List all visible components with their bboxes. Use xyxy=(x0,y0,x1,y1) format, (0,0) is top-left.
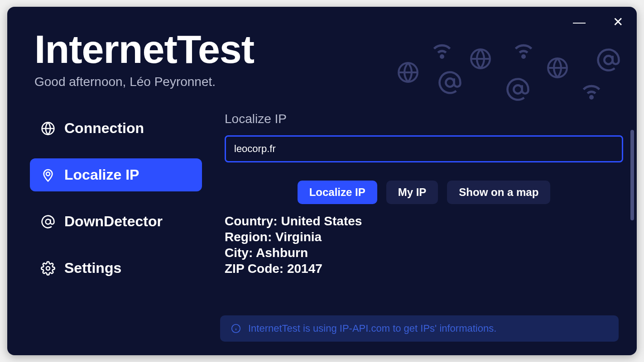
localize-ip-button[interactable]: Localize IP xyxy=(298,181,377,204)
svg-point-11 xyxy=(46,219,51,224)
result-zip: ZIP Code: 20147 xyxy=(225,261,623,276)
section-title: Localize IP xyxy=(225,112,623,126)
pin-icon xyxy=(41,168,55,182)
sidebar-item-label: DownDetector xyxy=(64,213,163,230)
svg-point-12 xyxy=(46,267,50,270)
header: InternetTest Good afternoon, Léo Peyronn… xyxy=(7,7,637,98)
scrollbar-thumb[interactable] xyxy=(630,130,634,220)
result-country: Country: United States xyxy=(225,213,623,229)
my-ip-button[interactable]: My IP xyxy=(386,181,438,204)
sidebar-item-downdetector[interactable]: DownDetector xyxy=(30,205,202,238)
info-icon xyxy=(231,324,241,333)
sidebar-item-label: Localize IP xyxy=(64,167,139,183)
gear-icon xyxy=(41,261,55,276)
sidebar: Connection Localize IP DownDetector Sett… xyxy=(30,112,202,333)
sidebar-item-settings[interactable]: Settings xyxy=(30,252,202,285)
result-city: City: Ashburn xyxy=(225,245,623,261)
button-row: Localize IP My IP Show on a map xyxy=(225,181,623,204)
svg-point-10 xyxy=(46,172,50,176)
info-text: InternetTest is using IP-API.com to get … xyxy=(248,323,496,334)
sidebar-item-localize-ip[interactable]: Localize IP xyxy=(30,158,202,191)
sidebar-item-label: Settings xyxy=(64,260,121,276)
ip-input[interactable] xyxy=(225,135,623,162)
show-on-map-button[interactable]: Show on a map xyxy=(447,181,550,204)
main-content: Localize IP Localize IP My IP Show on a … xyxy=(202,112,623,333)
sidebar-item-label: Connection xyxy=(64,120,144,137)
info-banner: InternetTest is using IP-API.com to get … xyxy=(220,315,619,342)
app-title: InternetTest xyxy=(34,29,610,69)
result-region: Region: Virginia xyxy=(225,229,623,245)
window-controls: — ✕ xyxy=(573,16,623,29)
globe-icon xyxy=(41,121,55,136)
sidebar-item-connection[interactable]: Connection xyxy=(30,112,202,145)
close-button[interactable]: ✕ xyxy=(613,16,623,29)
at-icon xyxy=(41,214,55,229)
app-window: — ✕ InternetTest Good afternoon, Léo Pey… xyxy=(7,7,637,355)
ip-results: Country: United States Region: Virginia … xyxy=(225,213,623,281)
greeting-text: Good afternoon, Léo Peyronnet. xyxy=(34,75,610,89)
minimize-button[interactable]: — xyxy=(573,16,586,29)
